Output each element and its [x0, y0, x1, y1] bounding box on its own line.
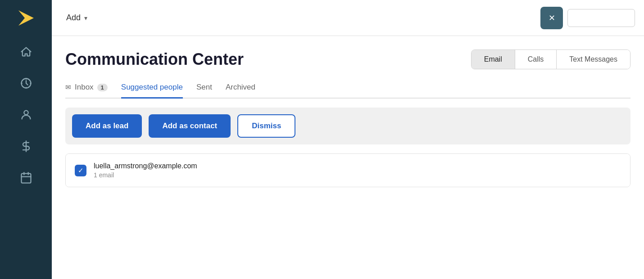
main-content: Add ▾ ✕ Communication Center Email Calls…: [52, 0, 644, 279]
dismiss-button[interactable]: Dismiss: [237, 114, 295, 138]
sidebar-item-dashboard[interactable]: [0, 68, 52, 99]
page-content: Communication Center Email Calls Text Me…: [52, 36, 644, 279]
contact-item: ✓ luella_armstrong@example.com 1 email: [66, 154, 630, 187]
sidebar-item-home[interactable]: [0, 36, 52, 68]
add-label: Add: [66, 13, 81, 22]
subtab-sent[interactable]: Sent: [196, 83, 212, 99]
subtab-suggested-label: Suggested people: [121, 83, 183, 92]
contact-checkbox[interactable]: ✓: [75, 165, 86, 176]
inbox-badge: 1: [97, 84, 108, 91]
contact-info: luella_armstrong@example.com 1 email: [94, 162, 197, 179]
subtab-suggested-people[interactable]: Suggested people: [121, 83, 183, 99]
sidebar: [0, 0, 52, 279]
svg-rect-4: [21, 174, 31, 183]
add-button[interactable]: Add ▾: [61, 9, 93, 26]
topbar-search-input[interactable]: [567, 9, 635, 27]
contact-meta: 1 email: [94, 171, 197, 179]
tab-text-messages[interactable]: Text Messages: [557, 50, 630, 69]
subtab-row: ✉ Inbox 1 Suggested people Sent Archived: [65, 83, 630, 99]
add-as-contact-button[interactable]: Add as contact: [149, 114, 231, 138]
checkmark-icon: ✓: [78, 166, 84, 175]
sidebar-item-calendar[interactable]: [0, 162, 52, 194]
app-logo: [13, 4, 40, 32]
contact-list: ✓ luella_armstrong@example.com 1 email: [65, 153, 630, 187]
subtab-archived[interactable]: Archived: [226, 83, 255, 99]
inbox-icon: ✉: [65, 83, 71, 91]
tab-calls[interactable]: Calls: [515, 50, 557, 69]
subtab-inbox-label: Inbox: [75, 83, 94, 92]
main-tab-group: Email Calls Text Messages: [471, 50, 630, 69]
subtab-archived-label: Archived: [226, 83, 255, 92]
tab-email[interactable]: Email: [472, 50, 515, 69]
contact-email: luella_armstrong@example.com: [94, 162, 197, 170]
sidebar-item-contacts[interactable]: [0, 99, 52, 130]
action-row: Add as lead Add as contact Dismiss: [65, 108, 630, 144]
page-title: Communication Center: [65, 50, 244, 69]
svg-marker-0: [18, 10, 34, 26]
sidebar-item-finance[interactable]: [0, 130, 52, 162]
svg-point-2: [24, 111, 28, 115]
close-icon-button[interactable]: ✕: [540, 7, 563, 29]
close-icon: ✕: [549, 13, 555, 23]
chevron-down-icon: ▾: [84, 14, 87, 22]
subtab-sent-label: Sent: [196, 83, 212, 92]
subtab-inbox[interactable]: ✉ Inbox 1: [65, 83, 108, 99]
add-as-lead-button[interactable]: Add as lead: [72, 114, 142, 138]
topbar: Add ▾ ✕: [52, 0, 644, 36]
page-header: Communication Center Email Calls Text Me…: [65, 50, 630, 69]
